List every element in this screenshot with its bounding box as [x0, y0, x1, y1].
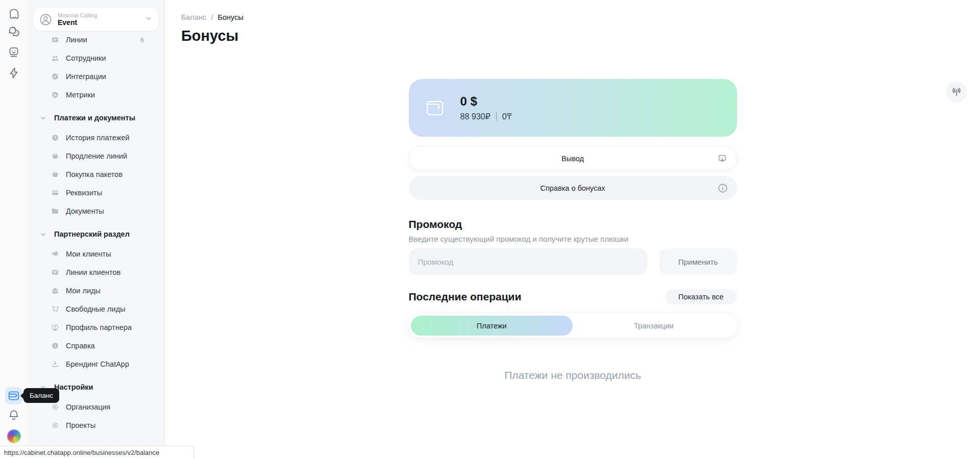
withdraw-label: Вывод — [561, 155, 584, 163]
sidebar-item-label: Профиль партнера — [66, 323, 132, 332]
sidebar-item-label: История платежей — [66, 134, 130, 142]
balance-card: 0 $ 88 930₽ 0₸ — [409, 79, 737, 137]
integrations-icon — [51, 72, 59, 81]
notifications-bell-icon[interactable] — [7, 408, 21, 422]
sidebar-item-help[interactable]: Справка — [28, 337, 164, 355]
empty-state-message: Платежи не производились — [409, 369, 737, 381]
tab-transactions[interactable]: Транзакции — [573, 316, 735, 336]
balance-rub: 88 930₽ — [460, 112, 491, 121]
lines-icon — [51, 36, 59, 44]
sidebar-item-lines[interactable]: Линии6 — [28, 31, 164, 49]
balance-divider — [496, 112, 497, 121]
sidebar-item-line-renewal[interactable]: Продление линий — [28, 147, 164, 165]
content-column: 0 $ 88 930₽ 0₸ Вывод Справка о бонусах П… — [409, 79, 737, 381]
bonus-help-button[interactable]: Справка о бонусах — [409, 176, 737, 200]
sidebar-section-partner[interactable]: Партнерский раздел — [28, 225, 164, 243]
balance-tooltip-label: Баланс — [30, 392, 53, 399]
sidebar-item-requisites[interactable]: Реквизиты — [28, 184, 164, 202]
sidebar-item-client-lines[interactable]: Линии клиентов — [28, 263, 164, 282]
balance-wallet-icon[interactable] — [5, 387, 22, 404]
profile-avatar[interactable] — [7, 429, 21, 443]
sidebar-item-my-leads[interactable]: Мои лиды — [28, 282, 164, 300]
sidebar-item-label: Метрики — [66, 91, 95, 99]
sidebar-item-integrations[interactable]: Интеграции — [28, 67, 164, 86]
gear-icon — [51, 421, 59, 429]
metrics-icon — [51, 91, 59, 99]
breadcrumb-parent[interactable]: Баланс — [181, 13, 206, 21]
info-icon — [717, 183, 728, 194]
tab-payments[interactable]: Платежи — [411, 316, 573, 336]
sidebar-section-label: Партнерский раздел — [54, 230, 130, 238]
promo-row: Применить — [409, 248, 737, 275]
sidebar-item-metrics[interactable]: Метрики — [28, 86, 164, 104]
sidebar-section-payments-docs[interactable]: Платежи и документы — [28, 109, 164, 127]
broadcast-button[interactable] — [946, 82, 967, 103]
main-content: Баланс / Бонусы Бонусы 0 $ 88 930₽ 0₸ Вы… — [165, 0, 980, 459]
apply-promo-button[interactable]: Применить — [659, 248, 737, 275]
org-text: Moscow Calling Event — [58, 12, 97, 27]
sidebar-item-label: Продление линий — [66, 152, 127, 160]
breadcrumb: Баланс / Бонусы — [181, 13, 243, 21]
globe-avatar-icon — [7, 429, 21, 443]
sidebar-item-label: Справка — [66, 342, 95, 350]
bonus-help-label: Справка о бонусах — [540, 184, 605, 192]
balance-tooltip: Баланс — [23, 388, 59, 403]
page-title: Бонусы — [181, 28, 238, 44]
broadcast-antenna-icon — [951, 87, 962, 98]
basket-icon — [51, 170, 59, 178]
gear-icon — [51, 403, 59, 411]
operations-title: Последние операции — [409, 291, 522, 303]
breadcrumb-current: Бонусы — [217, 13, 243, 21]
balance-usd: 0 $ — [460, 94, 512, 109]
operations-header-row: Последние операции Показать все — [409, 289, 737, 304]
sidebar-item-my-clients[interactable]: Мои клиенты — [28, 245, 164, 263]
promo-title: Промокод — [409, 218, 737, 231]
operations-tabs: Платежи Транзакции — [409, 314, 737, 338]
sidebar-item-label: Свободные лиды — [66, 305, 126, 313]
sidebar-item-label: Интеграции — [66, 72, 106, 81]
sidebar-item-chatapp-branding[interactable]: Брендинг ChatApp — [28, 355, 164, 373]
user-icon — [51, 323, 59, 332]
info-icon — [51, 342, 59, 350]
sidebar-item-label: Сотрудники — [66, 54, 106, 62]
promo-input[interactable] — [409, 248, 647, 275]
show-all-button[interactable]: Показать все — [665, 289, 737, 304]
sidebar-item-payment-history[interactable]: История платежей — [28, 129, 164, 147]
sidebar-item-label: Реквизиты — [66, 189, 102, 197]
promo-subtitle: Введите существующий промокод и получите… — [409, 235, 737, 243]
sidebar-item-label: Документы — [66, 207, 104, 215]
sidebar-item-partner-profile[interactable]: Профиль партнера — [28, 318, 164, 337]
automation-icon[interactable] — [7, 66, 21, 80]
org-name: Moscow Calling — [58, 12, 97, 19]
sidebar-item-label: Брендинг ChatApp — [66, 360, 129, 368]
balance-text: 0 $ 88 930₽ 0₸ — [460, 94, 512, 121]
sidebar-menu: Линии6СотрудникиИнтеграцииМетрикиПлатежи… — [28, 31, 164, 435]
sidebar-item-free-leads[interactable]: Свободные лиды — [28, 300, 164, 318]
inbox-icon — [51, 287, 59, 295]
chats-icon[interactable] — [7, 24, 21, 39]
breadcrumb-separator: / — [211, 13, 213, 21]
sidebar-item-projects[interactable]: Проекты — [28, 416, 164, 435]
balance-kzt: 0₸ — [502, 112, 512, 121]
sidebar-section-label: Платежи и документы — [54, 114, 135, 122]
withdraw-button[interactable]: Вывод — [409, 146, 737, 170]
sidebar-item-label: Покупка пакетов — [66, 170, 122, 178]
sidebar-item-label: Организация — [66, 403, 110, 411]
chevron-down-icon — [145, 15, 152, 24]
wallet-icon — [423, 96, 447, 120]
org-selector[interactable]: Moscow Calling Event — [34, 8, 158, 31]
history-icon — [51, 134, 59, 142]
sidebar-item-documents[interactable]: Документы — [28, 202, 164, 220]
sidebar-item-employees[interactable]: Сотрудники — [28, 49, 164, 67]
download-icon — [51, 360, 59, 368]
bot-icon[interactable] — [7, 45, 21, 59]
card-icon — [51, 189, 59, 197]
sidebar-item-label: Проекты — [66, 421, 95, 429]
org-avatar-icon — [39, 13, 53, 27]
withdraw-icon — [717, 153, 728, 164]
status-url: https://cabinet.chatapp.online/businesse… — [4, 449, 159, 456]
cart-icon — [51, 305, 59, 313]
home-icon[interactable] — [7, 7, 21, 21]
sidebar-item-package-purchase[interactable]: Покупка пакетов — [28, 165, 164, 184]
sidebar-item-label: Мои лиды — [66, 287, 101, 295]
